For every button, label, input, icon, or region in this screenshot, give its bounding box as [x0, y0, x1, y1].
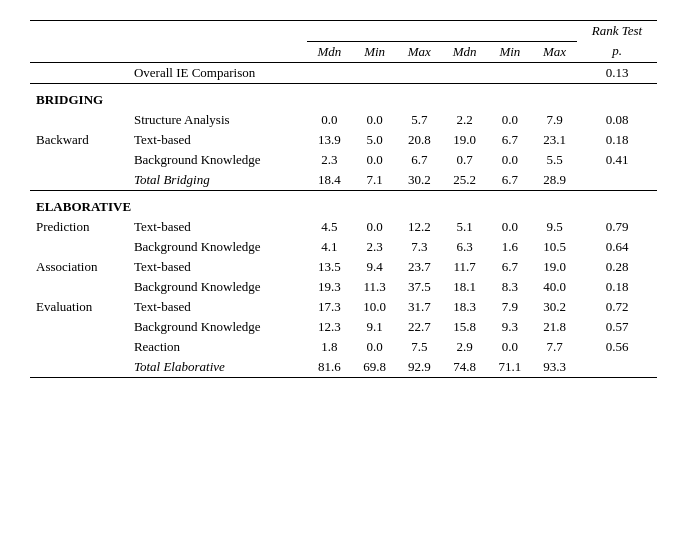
val-min2: 9.3: [488, 317, 532, 337]
val-max1: 20.8: [397, 130, 442, 150]
category-cell: [30, 337, 124, 357]
val-min2: 1.6: [488, 237, 532, 257]
overall-label: Overall IE Comparison: [124, 62, 307, 83]
val-min1: 2.3: [352, 237, 396, 257]
val-mdn2: 0.7: [442, 150, 488, 170]
val-max1: 6.7: [397, 150, 442, 170]
subcategory-cell: Structure Analysis: [124, 110, 307, 130]
val-mdn2: 2.2: [442, 110, 488, 130]
category-cell: [30, 170, 124, 191]
val-mdn1: 13.9: [307, 130, 353, 150]
subcategory-cell: Total Bridging: [124, 170, 307, 191]
val-min1: 11.3: [352, 277, 396, 297]
val-mdn1: 81.6: [307, 357, 353, 378]
val-max1: 92.9: [397, 357, 442, 378]
val-max2: 9.5: [532, 217, 577, 237]
val-mdn1: 19.3: [307, 277, 353, 297]
val-mdn1: 12.3: [307, 317, 353, 337]
val-min2: 0.0: [488, 150, 532, 170]
col-mdn1: Mdn: [307, 41, 353, 62]
col-max1: Max: [397, 41, 442, 62]
val-min1: 0.0: [352, 217, 396, 237]
val-min1: 10.0: [352, 297, 396, 317]
val-mdn2: 25.2: [442, 170, 488, 191]
overall-p: 0.13: [577, 62, 657, 83]
val-max2: 30.2: [532, 297, 577, 317]
val-max2: 21.8: [532, 317, 577, 337]
val-mdn2: 5.1: [442, 217, 488, 237]
col-p: p.: [577, 41, 657, 62]
val-min2: 6.7: [488, 170, 532, 191]
val-p: 0.18: [577, 130, 657, 150]
val-mdn1: 1.8: [307, 337, 353, 357]
val-max2: 40.0: [532, 277, 577, 297]
col-min1: Min: [352, 41, 396, 62]
val-mdn1: 0.0: [307, 110, 353, 130]
subcategory-cell: Reaction: [124, 337, 307, 357]
table-row: Total Elaborative 81.6 69.8 92.9 74.8 71…: [30, 357, 657, 378]
val-min1: 69.8: [352, 357, 396, 378]
val-mdn1: 18.4: [307, 170, 353, 191]
val-max2: 7.7: [532, 337, 577, 357]
table-row: Background Knowledge 4.1 2.3 7.3 6.3 1.6…: [30, 237, 657, 257]
rank-test-header: Rank Test: [577, 21, 657, 42]
val-max1: 22.7: [397, 317, 442, 337]
val-mdn1: 17.3: [307, 297, 353, 317]
val-min1: 9.4: [352, 257, 396, 277]
col-mdn2: Mdn: [442, 41, 488, 62]
category-cell: [30, 357, 124, 378]
val-max2: 7.9: [532, 110, 577, 130]
val-max2: 5.5: [532, 150, 577, 170]
val-mdn2: 18.3: [442, 297, 488, 317]
table-row: Background Knowledge 2.3 0.0 6.7 0.7 0.0…: [30, 150, 657, 170]
category-cell: [30, 237, 124, 257]
subcategory-cell: Background Knowledge: [124, 237, 307, 257]
val-min2: 0.0: [488, 337, 532, 357]
subcategory-cell: Background Knowledge: [124, 277, 307, 297]
val-max1: 5.7: [397, 110, 442, 130]
val-max1: 12.2: [397, 217, 442, 237]
category-cell: [30, 277, 124, 297]
col-min2: Min: [488, 41, 532, 62]
val-max1: 23.7: [397, 257, 442, 277]
subcategory-cell: Text-based: [124, 257, 307, 277]
val-min2: 71.1: [488, 357, 532, 378]
val-min1: 0.0: [352, 150, 396, 170]
val-min2: 0.0: [488, 217, 532, 237]
section-header-1: ELABORATIVE: [30, 190, 657, 217]
table-row: Association Text-based 13.5 9.4 23.7 11.…: [30, 257, 657, 277]
group2-header: [442, 21, 577, 42]
section-header-0: BRIDGING: [30, 83, 657, 110]
table-row: Prediction Text-based 4.5 0.0 12.2 5.1 0…: [30, 217, 657, 237]
table-row: Backward Text-based 13.9 5.0 20.8 19.0 6…: [30, 130, 657, 150]
val-mdn2: 11.7: [442, 257, 488, 277]
val-p: [577, 357, 657, 378]
val-min1: 9.1: [352, 317, 396, 337]
val-mdn1: 4.1: [307, 237, 353, 257]
val-p: 0.41: [577, 150, 657, 170]
val-mdn1: 2.3: [307, 150, 353, 170]
category-cell: Evaluation: [30, 297, 124, 317]
val-max2: 23.1: [532, 130, 577, 150]
val-mdn1: 4.5: [307, 217, 353, 237]
category-cell: Backward: [30, 130, 124, 150]
val-mdn2: 18.1: [442, 277, 488, 297]
val-p: 0.28: [577, 257, 657, 277]
main-table: Rank Test Mdn Min Max Mdn Min Max p. Ove…: [30, 20, 657, 378]
val-mdn2: 74.8: [442, 357, 488, 378]
val-max1: 31.7: [397, 297, 442, 317]
val-min1: 0.0: [352, 337, 396, 357]
val-max1: 7.3: [397, 237, 442, 257]
subcategory-cell: Total Elaborative: [124, 357, 307, 378]
subcategory-cell: Text-based: [124, 297, 307, 317]
val-p: 0.18: [577, 277, 657, 297]
val-min1: 0.0: [352, 110, 396, 130]
category-cell: [30, 150, 124, 170]
category-cell: [30, 110, 124, 130]
val-max1: 30.2: [397, 170, 442, 191]
subcategory-cell: Background Knowledge: [124, 150, 307, 170]
val-max2: 93.3: [532, 357, 577, 378]
val-min2: 6.7: [488, 130, 532, 150]
val-min2: 0.0: [488, 110, 532, 130]
val-p: 0.64: [577, 237, 657, 257]
